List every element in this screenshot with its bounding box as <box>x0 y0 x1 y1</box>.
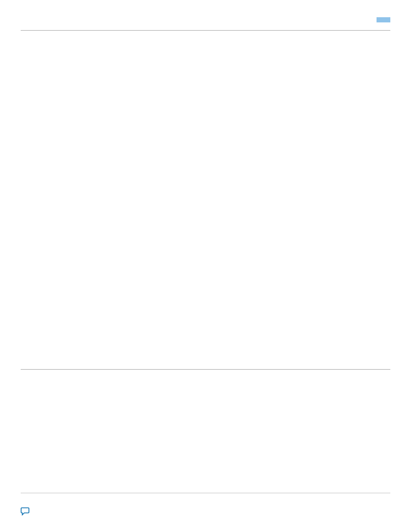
page-header <box>21 17 390 22</box>
header-right <box>370 17 390 22</box>
speech-bubble-icon <box>21 507 30 516</box>
timing-diagram <box>21 31 390 366</box>
page-number-badge <box>377 17 390 22</box>
footer-rule <box>21 493 390 493</box>
page-footer <box>21 493 390 516</box>
feedback-link[interactable] <box>21 507 390 516</box>
figure-bottom-rule <box>21 369 390 370</box>
